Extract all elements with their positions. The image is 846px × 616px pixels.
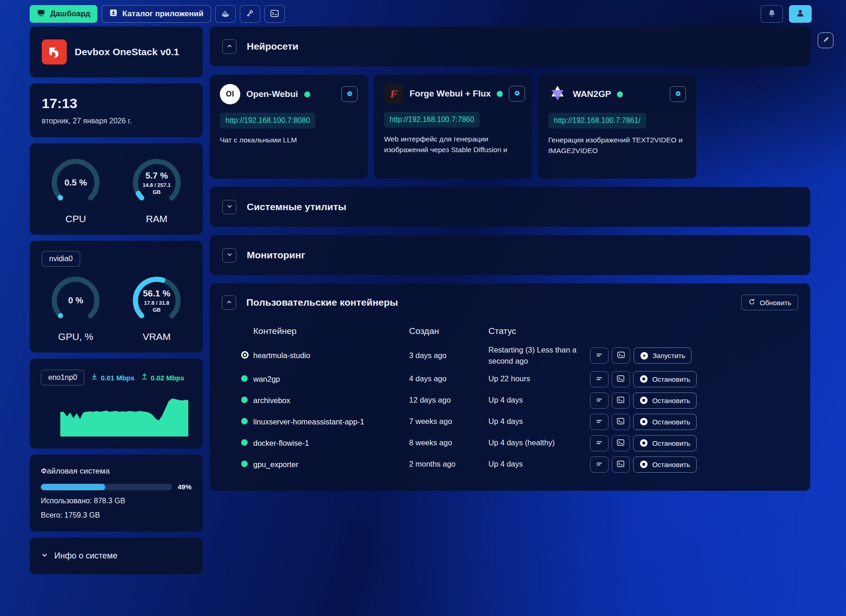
container-status-dot — [241, 397, 248, 403]
container-action-label: Остановить — [652, 375, 690, 383]
wan2gp-icon — [548, 84, 567, 104]
container-logs-button[interactable] — [590, 456, 609, 473]
tab-app-catalog[interactable]: Каталог приложений — [102, 5, 211, 23]
docker-button[interactable] — [215, 5, 236, 23]
container-terminal-button[interactable] — [612, 435, 630, 451]
gear-icon — [346, 90, 354, 99]
dragon-logo-icon — [46, 44, 62, 60]
container-status: Restarting (3) Less than a second ago — [488, 345, 590, 367]
user-button[interactable] — [789, 5, 812, 23]
cpu-gauge-label: CPU — [65, 213, 86, 225]
monitor-icon — [37, 8, 45, 19]
collapse-neural-button[interactable] — [222, 39, 237, 54]
chevron-down-icon — [226, 203, 233, 211]
topbar-right-group — [761, 5, 812, 23]
system-info-toggle[interactable]: Инфо о системе — [30, 538, 203, 574]
terminal-button[interactable] — [264, 5, 285, 23]
terminal-icon — [616, 460, 625, 469]
container-logs-button[interactable] — [590, 414, 609, 430]
table-row: linuxserver-homeassistant-app-1 7 weeks … — [241, 413, 697, 431]
container-action-button[interactable]: Остановить — [633, 414, 697, 430]
service-url-link[interactable]: http://192.168.100.7:7861/ — [548, 113, 646, 128]
terminal-icon — [616, 374, 625, 384]
open-webui-icon: OI — [220, 84, 240, 104]
gear-icon — [513, 89, 521, 99]
container-created: 3 days ago — [409, 350, 488, 361]
clock-date: вторник, 27 января 2026 г. — [42, 117, 191, 125]
container-name: gpu_exporter — [253, 460, 409, 469]
refresh-button[interactable]: Обновить — [741, 295, 798, 310]
filesystem-progress-track — [41, 484, 172, 490]
upload-arrow-icon — [141, 373, 148, 382]
service-url-link[interactable]: http://192.168.100.7:8080 — [220, 113, 315, 128]
table-row: wan2gp 4 days ago Up 22 hours — [241, 370, 697, 388]
chevron-down-icon — [41, 552, 48, 561]
tab-dashboard-label: Дашбоард — [50, 9, 90, 19]
container-created: 12 days ago — [409, 395, 488, 406]
filesystem-title: Файловая система — [41, 467, 192, 476]
network-download: 0.01 Mbps — [91, 373, 135, 382]
container-logs-button[interactable] — [590, 347, 609, 364]
section-utilities[interactable]: Системные утилиты — [210, 187, 810, 227]
container-terminal-button[interactable] — [612, 371, 630, 387]
service-settings-button[interactable] — [509, 86, 525, 102]
containers-table: Контейнер Создан Статус heartmula-studio… — [241, 326, 697, 474]
user-icon — [795, 8, 805, 19]
chevron-down-icon — [226, 251, 233, 259]
forge-icon: F — [384, 84, 404, 103]
service-description: Генерация изображений TEXT2VIDEO и IMAGE… — [548, 135, 686, 156]
container-terminal-button[interactable] — [612, 414, 630, 430]
section-neural: Нейросети — [210, 26, 810, 66]
container-status-dot — [241, 375, 248, 382]
chevron-up-icon — [226, 299, 232, 307]
services-row: OI Open-Webui http://192.168.100.7:8080 … — [210, 75, 810, 179]
topbar: Дашбоард Каталог приложений — [0, 0, 846, 25]
table-row: docker-flowise-1 8 weeks ago Up 4 days (… — [241, 434, 697, 452]
section-monitoring[interactable]: Мониторинг — [210, 235, 810, 275]
container-logs-button[interactable] — [590, 392, 609, 409]
filesystem-used: Использовано: 878.3 GB — [41, 497, 192, 505]
network-upload-value: 0.02 Mbps — [151, 374, 185, 382]
logs-icon — [596, 396, 603, 405]
tab-dashboard[interactable]: Дашбоард — [30, 5, 97, 23]
service-url-link[interactable]: http://192.168.100.7:7860 — [384, 112, 480, 128]
ram-gauge-label: RAM — [146, 213, 167, 225]
key-button[interactable] — [240, 5, 260, 23]
edit-layout-button[interactable] — [818, 32, 833, 48]
clock-card: 17:13 вторник, 27 января 2026 г. — [30, 83, 203, 137]
vram-gauge-value: 56.1 % — [143, 289, 170, 299]
notifications-button[interactable] — [761, 5, 783, 23]
container-terminal-button[interactable] — [612, 347, 630, 364]
container-action-button[interactable]: Остановить — [633, 392, 697, 409]
container-action-label: Остановить — [652, 461, 690, 468]
terminal-icon — [270, 9, 279, 19]
container-terminal-button[interactable] — [612, 456, 630, 473]
table-row: archivebox 12 days ago Up 4 days — [241, 391, 697, 410]
vram-gauge-unit: GB — [153, 307, 160, 313]
refresh-label: Обновить — [760, 299, 791, 307]
container-action-label: Остановить — [652, 439, 690, 447]
expand-monitoring-button[interactable] — [222, 248, 237, 263]
table-row: heartmula-studio 3 days ago Restarting (… — [241, 345, 697, 367]
filesystem-total: Всего: 1759.3 GB — [41, 511, 192, 520]
collapse-containers-button[interactable] — [222, 295, 236, 310]
expand-utilities-button[interactable] — [222, 200, 237, 214]
pencil-icon — [822, 36, 830, 45]
status-dot — [497, 91, 503, 97]
stop-icon — [640, 375, 648, 383]
container-terminal-button[interactable] — [612, 392, 630, 409]
container-action-button[interactable]: Остановить — [633, 371, 697, 387]
filesystem-card: Файловая система 49% Использовано: 878.3… — [30, 455, 203, 532]
service-settings-button[interactable] — [341, 86, 358, 102]
logs-icon — [596, 460, 603, 469]
dashboard-page: Дашбоард Каталог приложений — [0, 0, 846, 616]
container-action-button[interactable]: Остановить — [633, 435, 697, 451]
container-logs-button[interactable] — [590, 435, 609, 451]
app-header-card: Devbox OneStack v0.1 — [30, 26, 203, 77]
container-action-button[interactable]: Запустить — [634, 347, 692, 364]
container-logs-button[interactable] — [590, 371, 609, 387]
service-settings-button[interactable] — [670, 86, 686, 102]
container-action-button[interactable]: Остановить — [633, 456, 697, 473]
download-arrow-icon — [91, 373, 98, 382]
gpu-gauge-value: 0 % — [68, 295, 83, 306]
